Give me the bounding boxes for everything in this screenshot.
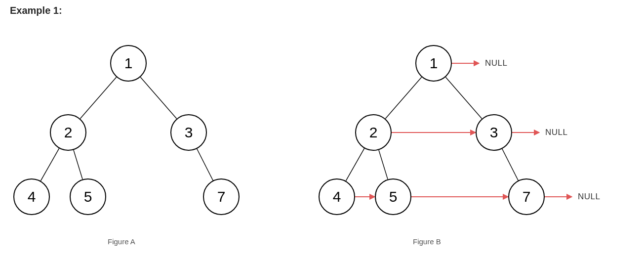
diagram-nodes-layer: 123457Figure A123457NULLNULLNULLFigure B: [0, 0, 644, 266]
tree-node-1: 1: [415, 45, 452, 82]
figure-caption: Figure B: [413, 237, 441, 246]
tree-node-7: 7: [203, 178, 240, 215]
figure-caption: Figure A: [108, 237, 135, 246]
null-label: NULL: [545, 128, 567, 137]
tree-node-2: 2: [355, 114, 392, 151]
tree-node-5: 5: [375, 178, 411, 215]
null-label: NULL: [578, 192, 600, 202]
tree-node-5: 5: [70, 178, 106, 215]
tree-node-2: 2: [50, 114, 86, 151]
tree-node-3: 3: [170, 114, 207, 151]
null-label: NULL: [485, 58, 507, 68]
tree-node-1: 1: [110, 45, 147, 82]
tree-node-3: 3: [476, 114, 512, 151]
tree-node-4: 4: [13, 178, 50, 215]
tree-node-4: 4: [319, 178, 355, 215]
tree-node-7: 7: [508, 178, 545, 215]
